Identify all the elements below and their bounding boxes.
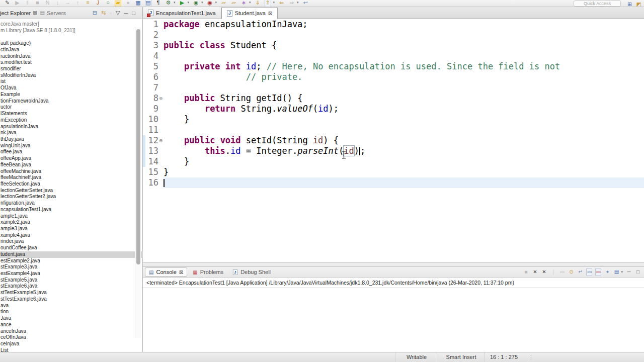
tree-item[interactable]: ffeeMachineIf.java xyxy=(0,174,143,181)
code-line[interactable]: 16 xyxy=(143,177,644,188)
resume-icon[interactable]: ▶ xyxy=(14,0,21,7)
scroll-lock-icon[interactable]: ⊙ xyxy=(568,268,574,276)
tree-item[interactable]: tion xyxy=(0,309,143,315)
tree-item[interactable]: ncapsulationTest1.java xyxy=(0,207,143,213)
tree-item[interactable]: OfJava xyxy=(0,85,143,92)
tab-debug-shell[interactable]: J Debug Shell xyxy=(229,268,274,277)
word-wrap-icon[interactable]: ↵ xyxy=(577,268,583,276)
clear-console-icon[interactable]: ▭ xyxy=(559,268,565,276)
tree-item[interactable]: nk.java xyxy=(0,130,143,136)
tree-item[interactable]: anceInJava xyxy=(0,328,143,335)
tree-item[interactable]: offee.java xyxy=(0,149,143,155)
dropdown-arrow-icon[interactable]: ▾ xyxy=(215,1,217,5)
step-return-icon[interactable]: ↑ xyxy=(74,0,81,7)
tree-item[interactable]: lectionGetterSetter2.java xyxy=(0,194,143,200)
tree-item[interactable]: lStatements xyxy=(0,111,143,117)
dropdown-arrow-icon[interactable]: ▾ xyxy=(174,1,176,5)
status-drag-handle[interactable]: ⋮ xyxy=(523,354,534,360)
tab-encapsulationtest1[interactable]: J EncapsulationTest1.java xyxy=(143,7,221,19)
suspend-icon[interactable]: ‖ xyxy=(24,0,31,7)
tree-item[interactable]: stExample3.java xyxy=(0,264,143,270)
dropdown-arrow-icon[interactable]: ▾ xyxy=(273,1,275,5)
fold-marker-icon[interactable]: ⊖ xyxy=(158,93,164,104)
tree-item[interactable]: Example xyxy=(0,92,143,98)
tab-student[interactable]: J Student.java ⊠ xyxy=(221,7,278,19)
tree-item[interactable]: ffeeBean.java xyxy=(0,162,143,168)
trace-icon[interactable]: J xyxy=(95,0,101,7)
open-task-icon[interactable]: ▱ xyxy=(220,0,227,7)
tab-console[interactable]: ▤ Console ⊠ xyxy=(145,267,187,277)
code-line[interactable]: 5 private int id; // Here, No encapsulat… xyxy=(143,61,644,72)
fetch-down-icon[interactable]: ⇓ xyxy=(255,0,261,7)
mark-occurrences-icon[interactable]: ≡ xyxy=(85,0,91,7)
tree-item[interactable]: List xyxy=(0,347,143,352)
tree-item[interactable]: ample3.java xyxy=(0,226,143,232)
tree-item[interactable]: uctor xyxy=(0,104,143,111)
maximize-icon[interactable]: □ xyxy=(132,10,135,16)
code-line[interactable]: 7 xyxy=(143,82,644,93)
tree-item-selected[interactable]: tudent.java xyxy=(0,251,143,258)
show-on-stdout-icon[interactable]: ▭ xyxy=(586,268,592,276)
last-edit-icon[interactable]: ↩ xyxy=(302,0,309,7)
tree-item[interactable]: apsulationInJava xyxy=(0,124,143,130)
tree-item[interactable]: stExample5.java xyxy=(0,277,143,284)
code-line[interactable]: 15} xyxy=(143,167,644,177)
tree-item[interactable]: smodifier xyxy=(0,66,143,72)
wizard-icon[interactable]: ∗ xyxy=(240,0,247,7)
maximize-icon[interactable]: □ xyxy=(635,268,641,276)
code-line[interactable]: 9 return String.valueOf(id); xyxy=(143,104,644,114)
tree-item[interactable]: offeeApp.java xyxy=(0,155,143,162)
push-up-icon[interactable]: ⇑ xyxy=(265,0,271,7)
close-icon[interactable]: ⊠ xyxy=(268,11,272,16)
profile-icon[interactable]: ◉ xyxy=(207,0,213,7)
tree-item[interactable]: s.modifier.test xyxy=(0,59,143,66)
tree-item[interactable]: Java xyxy=(0,315,143,322)
tab-problems[interactable]: ▦ Problems xyxy=(189,268,227,276)
remove-launch-icon[interactable]: ✕ xyxy=(532,268,538,276)
tree-item[interactable]: ist xyxy=(0,78,143,85)
dropdown-arrow-icon[interactable]: ▾ xyxy=(621,270,623,274)
forward-icon[interactable]: ⇒ xyxy=(288,0,295,7)
close-icon[interactable]: ⊠ xyxy=(179,269,183,275)
tree-item[interactable]: offeeMachine.java xyxy=(0,168,143,175)
dropdown-arrow-icon[interactable]: ▾ xyxy=(188,1,190,5)
tree-item[interactable]: stTestExample6.java xyxy=(0,296,143,303)
code-editor[interactable]: 1package encapsulationInJava;23public cl… xyxy=(143,19,644,262)
dropdown-arrow-icon[interactable]: ▾ xyxy=(249,1,251,5)
open-perspective-icon[interactable]: ⊞ xyxy=(626,0,633,7)
code-line[interactable]: 2 xyxy=(143,30,644,40)
tree-item[interactable]: estExample4.java xyxy=(0,270,143,277)
code-line[interactable]: 4 xyxy=(143,51,644,61)
tree-item[interactable]: ance xyxy=(0,322,143,328)
tree-item[interactable]: coreJava master] xyxy=(0,21,143,28)
dropdown-arrow-icon[interactable]: ▾ xyxy=(201,1,203,5)
run-icon[interactable]: ▶ xyxy=(179,0,186,7)
step-into-icon[interactable]: ↓ xyxy=(54,0,61,7)
code-line[interactable]: 1package encapsulationInJava; xyxy=(143,19,644,30)
show-whitespace-icon[interactable]: ¶ xyxy=(155,0,162,7)
code-line[interactable]: 8⊖ public String getId() { xyxy=(143,93,644,104)
collapse-all-icon[interactable]: ⊟ xyxy=(93,10,97,16)
code-line[interactable]: 13 this.id = Integer.parseInt(id); xyxy=(143,146,644,156)
tree-item[interactable]: m Library [Java SE 8 [1.8.0_231]] xyxy=(0,28,143,34)
tree-item[interactable]: oundCoffee.java xyxy=(0,245,143,251)
pin-icon[interactable]: ● xyxy=(125,0,131,7)
code-line[interactable]: 3public class Student { xyxy=(143,40,644,51)
tree-item[interactable]: mException xyxy=(0,117,143,124)
terminate-icon[interactable]: ■ xyxy=(34,0,41,7)
java-perspective-icon[interactable]: ◩ xyxy=(635,0,642,7)
coverage-icon[interactable]: ◉ xyxy=(193,0,199,7)
minimize-icon[interactable]: ─ xyxy=(626,268,632,276)
tree-item[interactable]: wingUnit.java xyxy=(0,143,143,149)
tree-item[interactable]: tionFramewrokInJava xyxy=(0,98,143,105)
annotate-tool-icon[interactable]: ✎ xyxy=(4,0,11,7)
tree-item[interactable]: ava xyxy=(0,303,143,309)
code-line[interactable]: 11 xyxy=(143,125,644,135)
link-with-editor-icon[interactable]: ⇆ xyxy=(101,10,106,16)
view-menu-icon[interactable]: ▽ xyxy=(116,10,120,16)
show-source-icon[interactable]: ▦ xyxy=(135,0,141,7)
tree-item[interactable]: stExample6.java xyxy=(0,283,143,290)
disconnect-icon[interactable]: N xyxy=(44,0,51,7)
tree-item[interactable]: ceInjava xyxy=(0,341,143,347)
tree-item[interactable]: ffeeSelection.java xyxy=(0,181,143,188)
